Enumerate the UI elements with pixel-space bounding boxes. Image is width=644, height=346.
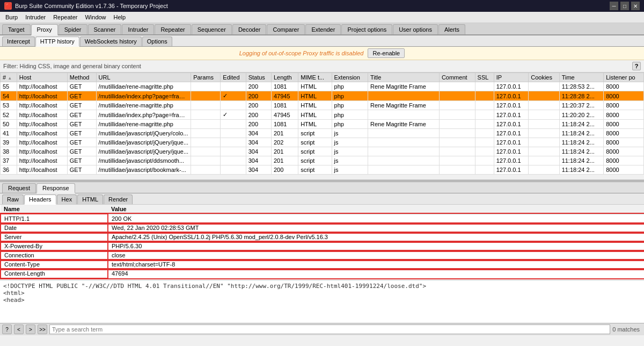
col-header-params[interactable]: Params — [191, 73, 221, 82]
col-header-time[interactable]: Time — [559, 73, 604, 82]
col-header-ssl[interactable]: SSL — [475, 73, 494, 82]
match-count: 0 matches — [612, 326, 642, 333]
tab-decoder[interactable]: Decoder — [232, 24, 267, 34]
header-row: ServerApache/2.4.25 (Unix) OpenSSL/1.0.2… — [1, 233, 644, 242]
request-table: # ▲ Host Method URL Params Edited Status… — [0, 73, 644, 175]
col-header-ext[interactable]: Extension — [332, 73, 368, 82]
tab-sequencer[interactable]: Sequencer — [192, 24, 232, 34]
col-header-id[interactable]: # ▲ — [1, 73, 17, 82]
close-button[interactable]: ✕ — [631, 2, 640, 10]
col-header-host[interactable]: Host — [17, 73, 67, 82]
resp-tab-render[interactable]: Render — [104, 194, 133, 204]
tab-repeater[interactable]: Repeater — [155, 24, 191, 34]
menu-repeater[interactable]: Repeater — [50, 13, 80, 21]
proxy-tab-options[interactable]: Options — [142, 37, 172, 46]
title-bar: 🔴 Burp Suite Community Edition v1.7.36 -… — [0, 0, 644, 12]
search-input[interactable] — [49, 325, 610, 334]
col-header-title[interactable]: Title — [368, 73, 439, 82]
menu-intruder[interactable]: Intruder — [22, 13, 49, 21]
col-header-status[interactable]: Status — [246, 73, 271, 82]
main-tab-bar: Target Proxy Spider Scanner Intruder Rep… — [0, 23, 644, 35]
response-sub-tab-bar: Raw Headers Hex HTML Render — [0, 193, 644, 205]
filter-text: Filter: Hiding CSS, image and general bi… — [3, 63, 141, 69]
col-header-length[interactable]: Length — [271, 73, 298, 82]
info-bar: Logging of out-of-scope Proxy traffic is… — [0, 47, 644, 60]
col-header-url[interactable]: URL — [96, 73, 191, 82]
tab-user-options[interactable]: User options — [393, 24, 438, 34]
tab-scanner[interactable]: Scanner — [88, 24, 122, 34]
req-tab-request[interactable]: Request — [2, 183, 36, 193]
app-icon: 🔴 — [4, 2, 12, 10]
tab-extender[interactable]: Extender — [305, 24, 341, 34]
col-header-ip[interactable]: IP — [494, 73, 529, 82]
window-controls: ─ □ ✕ — [610, 2, 640, 10]
maximize-button[interactable]: □ — [620, 2, 629, 10]
next-button[interactable]: > — [26, 325, 35, 334]
req-resp-tab-bar: Request Response — [0, 182, 644, 193]
tab-comparer[interactable]: Comparer — [267, 24, 305, 34]
help-nav-button[interactable]: ? — [2, 325, 12, 334]
source-area: <!DOCTYPE HTML PUBLIC "-//W3C//DTD HTML … — [0, 280, 644, 323]
header-row: Content-Typetext/html;charset=UTF-8 — [1, 260, 644, 269]
table-row[interactable]: 53http://localhostGET/mutillidae/rene-ma… — [1, 101, 644, 110]
headers-area: Name Value HTTP/1.1200 OKDateWed, 22 Jan… — [0, 205, 644, 280]
table-row[interactable]: 36http://localhostGET/mutillidae/javascr… — [1, 165, 644, 175]
menu-help[interactable]: Help — [111, 13, 129, 21]
table-row[interactable]: 39http://localhostGET/mutillidae/javascr… — [1, 138, 644, 147]
header-name-col: Name — [1, 205, 108, 214]
table-row[interactable]: 52http://localhostGET/mutillidae/index.p… — [1, 110, 644, 120]
tab-proxy[interactable]: Proxy — [31, 24, 58, 35]
reenable-button[interactable]: Re-enable — [368, 48, 405, 58]
resp-tab-headers[interactable]: Headers — [24, 194, 56, 205]
menu-window[interactable]: Window — [82, 13, 109, 21]
resp-tab-raw[interactable]: Raw — [2, 194, 24, 204]
col-header-cookies[interactable]: Cookies — [529, 73, 559, 82]
col-header-comment[interactable]: Comment — [439, 73, 475, 82]
resp-tab-html[interactable]: HTML — [77, 194, 103, 204]
header-row: Connectionclose — [1, 251, 644, 260]
col-header-mime[interactable]: MIME t... — [298, 73, 332, 82]
menu-burp[interactable]: Burp — [2, 13, 21, 21]
col-header-method[interactable]: Method — [67, 73, 96, 82]
table-row[interactable]: 55http://localhostGET/mutillidae/rene-ma… — [1, 82, 644, 91]
header-row: X-Powered-ByPHP/5.6.30 — [1, 242, 644, 251]
table-row[interactable]: 37http://localhostGET/mutillidae/javascr… — [1, 156, 644, 165]
table-row[interactable]: 54http://localhostGET/mutillidae/index.p… — [1, 91, 644, 101]
last-button[interactable]: >> — [38, 325, 47, 334]
proxy-tab-http-history[interactable]: HTTP history — [35, 37, 79, 47]
table-row[interactable]: 50http://localhostGET/mutillidae/rene-ma… — [1, 120, 644, 129]
minimize-button[interactable]: ─ — [610, 2, 618, 10]
bottom-toolbar: ? < > >> 0 matches — [0, 323, 644, 335]
filter-help-icon[interactable]: ? — [632, 62, 641, 70]
tab-spider[interactable]: Spider — [58, 24, 87, 34]
window-title: Burp Suite Community Edition v1.7.36 - T… — [15, 3, 168, 9]
header-row: DateWed, 22 Jan 2020 02:28:53 GMT — [1, 224, 644, 233]
header-row: Content-Length47694 — [1, 269, 644, 279]
headers-table: Name Value HTTP/1.1200 OKDateWed, 22 Jan… — [0, 205, 644, 279]
tab-alerts[interactable]: Alerts — [438, 24, 465, 34]
header-row: HTTP/1.1200 OK — [1, 214, 644, 224]
info-message: Logging of out-of-scope Proxy traffic is… — [239, 50, 364, 56]
table-row[interactable]: 41http://localhostGET/mutillidae/javascr… — [1, 129, 644, 138]
tab-target[interactable]: Target — [2, 24, 31, 34]
tab-project-options[interactable]: Project options — [341, 24, 392, 34]
source-content: <!DOCTYPE HTML PUBLIC "-//W3C//DTD HTML … — [3, 283, 641, 304]
request-table-container[interactable]: # ▲ Host Method URL Params Edited Status… — [0, 73, 644, 180]
req-tab-response[interactable]: Response — [36, 183, 75, 193]
menu-bar: Burp Intruder Repeater Window Help — [0, 12, 644, 23]
proxy-tab-intercept[interactable]: Intercept — [2, 37, 35, 46]
prev-button[interactable]: < — [14, 325, 24, 334]
table-row[interactable]: 38http://localhostGET/mutillidae/javascr… — [1, 147, 644, 156]
proxy-tab-websockets-history[interactable]: WebSockets history — [80, 37, 142, 46]
filter-bar: Filter: Hiding CSS, image and general bi… — [0, 60, 644, 73]
col-header-edited[interactable]: Edited — [221, 73, 246, 82]
header-value-col: Value — [108, 205, 644, 214]
tab-intruder[interactable]: Intruder — [122, 24, 154, 34]
proxy-tab-bar: Intercept HTTP history WebSockets histor… — [0, 35, 644, 47]
col-header-listener[interactable]: Listener po — [604, 73, 644, 82]
resp-tab-hex[interactable]: Hex — [57, 194, 77, 204]
